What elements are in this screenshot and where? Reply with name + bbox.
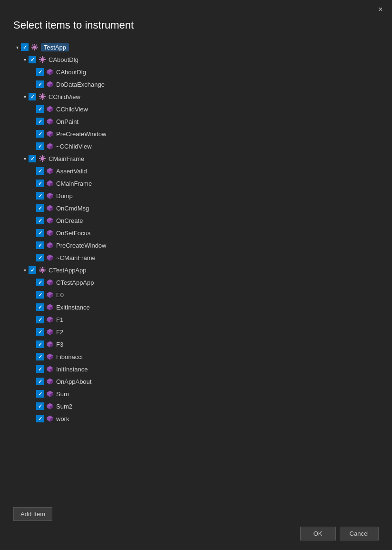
tree-item[interactable]: Fibonacci — [13, 350, 392, 363]
tree-item[interactable]: TestApp — [13, 41, 392, 53]
item-label: E0 — [56, 291, 64, 299]
checkbox[interactable] — [36, 316, 44, 323]
checkbox[interactable] — [36, 353, 44, 360]
tree-item[interactable]: Sum2 — [13, 400, 392, 412]
checkbox[interactable] — [36, 229, 44, 237]
tree-item[interactable]: PreCreateWindow — [13, 128, 392, 140]
checkbox[interactable] — [36, 340, 44, 348]
checkbox[interactable] — [36, 217, 44, 224]
checkbox[interactable] — [36, 192, 44, 200]
checkbox[interactable] — [36, 415, 44, 422]
item-icon — [46, 117, 54, 126]
tree-item[interactable]: CChildView — [13, 90, 392, 103]
checkbox[interactable] — [36, 402, 44, 410]
checkbox[interactable] — [36, 204, 44, 212]
item-label: CChildView — [56, 106, 88, 113]
tree-item[interactable]: CMainFrame — [13, 177, 392, 190]
close-button[interactable]: × — [375, 4, 386, 15]
svg-rect-52 — [42, 155, 43, 157]
checkbox[interactable] — [29, 93, 36, 100]
svg-rect-27 — [42, 93, 43, 95]
svg-rect-95 — [39, 270, 40, 270]
tree-item[interactable]: E0 — [13, 289, 392, 301]
item-icon — [46, 229, 54, 237]
checkbox[interactable] — [36, 241, 44, 249]
tree-item[interactable]: OnCreate — [13, 214, 392, 227]
add-item-button[interactable]: Add Item — [13, 507, 52, 521]
item-label: F2 — [56, 329, 63, 336]
item-label: Dump — [56, 192, 73, 200]
item-icon — [46, 278, 54, 287]
checkbox[interactable] — [29, 56, 36, 63]
tree-item[interactable]: InitInstance — [13, 363, 392, 375]
svg-rect-3 — [31, 47, 33, 48]
svg-rect-11 — [42, 61, 43, 63]
item-icon — [46, 303, 54, 311]
item-label: InitInstance — [56, 366, 88, 373]
tree-item[interactable]: OnCmdMsg — [13, 202, 392, 214]
tree-item[interactable]: CAboutDlg — [13, 53, 392, 66]
tree-item[interactable]: CChildView — [13, 103, 392, 115]
cancel-button[interactable]: Cancel — [340, 527, 379, 540]
checkbox[interactable] — [36, 254, 44, 261]
checkbox[interactable] — [36, 130, 44, 138]
tree-item[interactable]: DoDataExchange — [13, 78, 392, 90]
tree-item[interactable]: CTestAppApp — [13, 276, 392, 289]
checkbox[interactable] — [29, 155, 36, 162]
checkbox[interactable] — [21, 43, 29, 51]
tree-item[interactable]: Dump — [13, 190, 392, 202]
action-buttons: OK Cancel — [13, 527, 379, 540]
checkbox[interactable] — [36, 303, 44, 311]
item-icon — [46, 340, 54, 349]
expand-arrow[interactable] — [21, 155, 29, 162]
tree-item[interactable]: PreCreateWindow — [13, 239, 392, 251]
svg-point-9 — [41, 58, 44, 61]
item-icon — [38, 55, 47, 64]
item-label: PreCreateWindow — [56, 130, 107, 138]
tree-item[interactable]: ExitInstance — [13, 301, 392, 313]
item-label: CAboutDlg — [49, 56, 78, 63]
tree-item[interactable]: OnSetFocus — [13, 227, 392, 239]
item-icon — [30, 43, 39, 51]
item-icon — [46, 290, 54, 299]
tree-item[interactable]: F2 — [13, 326, 392, 338]
checkbox[interactable] — [36, 180, 44, 187]
tree-item[interactable]: ~CChildView — [13, 140, 392, 152]
ok-button[interactable]: OK — [300, 527, 336, 540]
tree-item[interactable]: OnAppAbout — [13, 375, 392, 388]
item-label: Sum2 — [56, 403, 72, 410]
checkbox[interactable] — [36, 80, 44, 88]
item-icon — [46, 365, 54, 373]
tree-item[interactable]: CMainFrame — [13, 152, 392, 165]
svg-rect-10 — [42, 56, 43, 58]
checkbox[interactable] — [36, 142, 44, 150]
svg-rect-7 — [36, 44, 37, 46]
checkbox[interactable] — [36, 105, 44, 113]
checkbox[interactable] — [36, 328, 44, 336]
tree-item[interactable]: work — [13, 412, 392, 425]
tree-item[interactable]: OnPaint — [13, 115, 392, 128]
tree-item[interactable]: AssertValid — [13, 165, 392, 177]
tree-item[interactable]: Sum — [13, 388, 392, 400]
tree-item[interactable]: ~CMainFrame — [13, 251, 392, 264]
checkbox[interactable] — [36, 291, 44, 299]
item-label: DoDataExchange — [56, 81, 105, 88]
expand-arrow[interactable] — [21, 56, 29, 63]
checkbox[interactable] — [36, 167, 44, 175]
checkbox[interactable] — [36, 390, 44, 398]
checkbox[interactable] — [29, 266, 36, 274]
expand-arrow[interactable] — [13, 43, 21, 51]
expand-arrow[interactable] — [21, 93, 29, 100]
item-label: OnPaint — [56, 118, 78, 125]
checkbox[interactable] — [36, 378, 44, 385]
checkbox[interactable] — [36, 118, 44, 125]
tree-container[interactable]: TestApp CAboutDlg CAboutDlg DoDataExchan… — [0, 39, 392, 501]
checkbox[interactable] — [36, 68, 44, 76]
tree-item[interactable]: CAboutDlg — [13, 66, 392, 78]
tree-item[interactable]: CTestAppApp — [13, 264, 392, 276]
checkbox[interactable] — [36, 365, 44, 373]
tree-item[interactable]: F3 — [13, 338, 392, 350]
checkbox[interactable] — [36, 279, 44, 286]
tree-item[interactable]: F1 — [13, 313, 392, 326]
expand-arrow[interactable] — [21, 266, 29, 274]
